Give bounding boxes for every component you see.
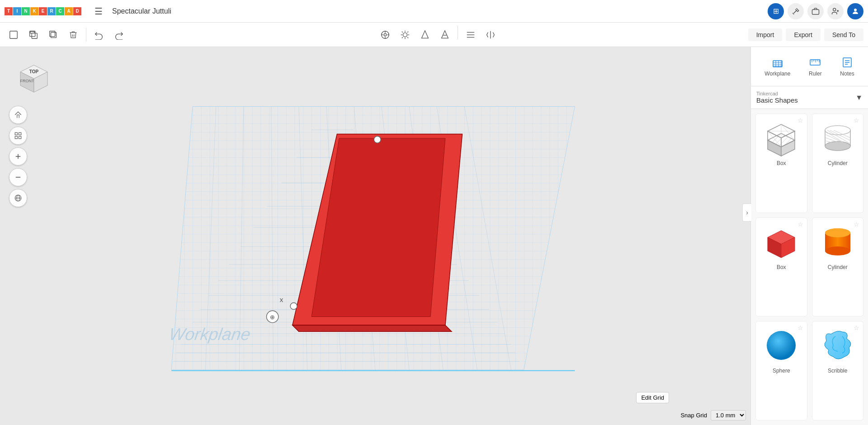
edit-grid-btn[interactable]: Edit Grid [636, 392, 669, 403]
hammer-btn[interactable] [788, 3, 804, 19]
logo: T I N K E R C A D [5, 7, 81, 15]
svg-line-20 [408, 37, 409, 38]
fit-view-btn[interactable] [9, 127, 27, 145]
notes-tool-label: Notes [840, 71, 854, 77]
svg-text:x: x [280, 296, 283, 303]
ruler-tool[interactable]: Ruler [803, 53, 827, 80]
svg-marker-26 [442, 30, 448, 38]
svg-rect-39 [15, 137, 17, 139]
logo-d: D [73, 7, 81, 15]
suitcase-btn[interactable] [807, 3, 824, 19]
export-btn[interactable]: Export [786, 28, 820, 41]
logo-c: C [56, 7, 64, 15]
menu-icon-btn[interactable]: ☰ [90, 2, 108, 20]
ruler-tool-label: Ruler [809, 71, 822, 77]
right-panel: Workplane Ruler [750, 47, 868, 425]
perspective-btn[interactable] [9, 189, 27, 207]
cylinder-wire-label: Cylinder [828, 160, 848, 166]
sphere-solid-label: Sphere [773, 368, 790, 374]
copy-btn[interactable] [24, 26, 42, 44]
category-dropdown-btn[interactable]: ▼ [855, 94, 863, 102]
svg-point-77 [374, 136, 381, 143]
align-btn[interactable] [462, 26, 480, 44]
zoom-out-btn[interactable] [9, 168, 27, 186]
panel-top-tools: Workplane Ruler [751, 47, 868, 86]
shape2-btn[interactable] [436, 26, 454, 44]
avatar-btn[interactable] [847, 3, 863, 19]
star-cylinder-wire[interactable]: ☆ [854, 117, 859, 124]
delete-btn[interactable] [64, 26, 82, 44]
svg-rect-5 [10, 31, 18, 38]
box-solid-preview [761, 222, 802, 262]
svg-point-133 [825, 228, 850, 237]
snap-value-select[interactable]: 1.0 mm 0.5 mm 0.1 mm 2.0 mm 5.0 mm [711, 410, 746, 420]
mirror-btn[interactable] [481, 26, 500, 44]
logo-i: I [13, 7, 21, 15]
shape-sphere-solid[interactable]: ☆ Sphere [755, 321, 807, 420]
svg-point-76 [290, 302, 297, 309]
toolbar-sep-2 [458, 26, 458, 39]
project-name: Spectacular Juttuli [112, 7, 171, 15]
star-sphere-solid[interactable]: ☆ [797, 324, 803, 331]
left-controls [9, 106, 27, 207]
svg-point-1 [833, 8, 836, 11]
canvas-area[interactable]: TOP FRONT [0, 47, 750, 425]
svg-point-16 [403, 33, 407, 37]
svg-text:FRONT: FRONT [20, 79, 34, 83]
box-solid-label: Box [777, 264, 786, 270]
svg-marker-25 [422, 30, 429, 38]
star-cylinder-solid[interactable]: ☆ [854, 221, 859, 228]
star-scribble[interactable]: ☆ [854, 324, 859, 331]
shape-cylinder-solid[interactable]: ☆ Cylinder [812, 217, 864, 317]
category-name: Basic Shapes [756, 96, 798, 104]
svg-text:⊕: ⊕ [270, 314, 275, 321]
toolbar-sep-1 [86, 28, 86, 42]
shape-cylinder-wire[interactable]: ☆ [812, 113, 864, 213]
svg-marker-74 [292, 325, 452, 331]
star-box-wire[interactable]: ☆ [797, 117, 803, 124]
workplane-tool[interactable]: Workplane [759, 53, 796, 80]
notes-tool[interactable]: Notes [835, 53, 859, 80]
grid-view-btn[interactable]: ⊞ [768, 3, 784, 19]
zoom-in-btn[interactable] [9, 147, 27, 165]
snap-grid-row: Snap Grid 1.0 mm 0.5 mm 0.1 mm 2.0 mm 5.… [680, 410, 746, 420]
svg-text:TOP: TOP [29, 69, 39, 74]
workplane-svg: x ⊕ Workplane [0, 47, 750, 425]
toolbar: Import Export Send To [0, 23, 868, 47]
logo-a: A [65, 7, 73, 15]
duplicate-btn[interactable] [44, 26, 62, 44]
panel-category: Tinkercad Basic Shapes ▼ [751, 86, 868, 109]
send-to-btn[interactable]: Send To [824, 28, 863, 41]
cylinder-wire-preview [817, 118, 858, 158]
topbar: T I N K E R C A D ☰ Spectacular Juttuli … [0, 0, 868, 23]
redo-btn[interactable] [110, 26, 128, 44]
view-cube[interactable]: TOP FRONT [14, 56, 54, 97]
cylinder-solid-preview [817, 222, 858, 262]
shape-btn[interactable] [416, 26, 434, 44]
add-user-btn[interactable] [827, 3, 844, 19]
logo-t: T [5, 7, 13, 15]
home-view-btn[interactable] [9, 106, 27, 124]
svg-rect-8 [51, 32, 57, 38]
undo-btn[interactable] [90, 26, 108, 44]
import-btn[interactable]: Import [748, 28, 783, 41]
svg-rect-38 [19, 132, 21, 135]
camera-btn[interactable] [376, 26, 394, 44]
svg-point-132 [825, 246, 850, 255]
new-btn[interactable] [5, 26, 23, 44]
svg-rect-40 [19, 137, 21, 139]
svg-rect-90 [810, 60, 820, 65]
topbar-right: ⊞ [768, 3, 863, 19]
toolbar-right [376, 26, 500, 44]
scribble-label: Scribble [828, 368, 847, 374]
shape-box-wire[interactable]: ☆ [755, 113, 807, 213]
light-btn[interactable] [396, 26, 414, 44]
shape-box-solid[interactable]: ☆ Box [755, 217, 807, 317]
svg-line-24 [408, 31, 409, 32]
box-wire-preview [761, 118, 802, 158]
collapse-panel-btn[interactable]: › [742, 203, 751, 222]
svg-rect-6 [32, 33, 37, 38]
star-box-solid[interactable]: ☆ [797, 221, 803, 228]
shape-scribble[interactable]: ☆ Scribble [812, 321, 864, 420]
svg-point-134 [767, 331, 796, 360]
